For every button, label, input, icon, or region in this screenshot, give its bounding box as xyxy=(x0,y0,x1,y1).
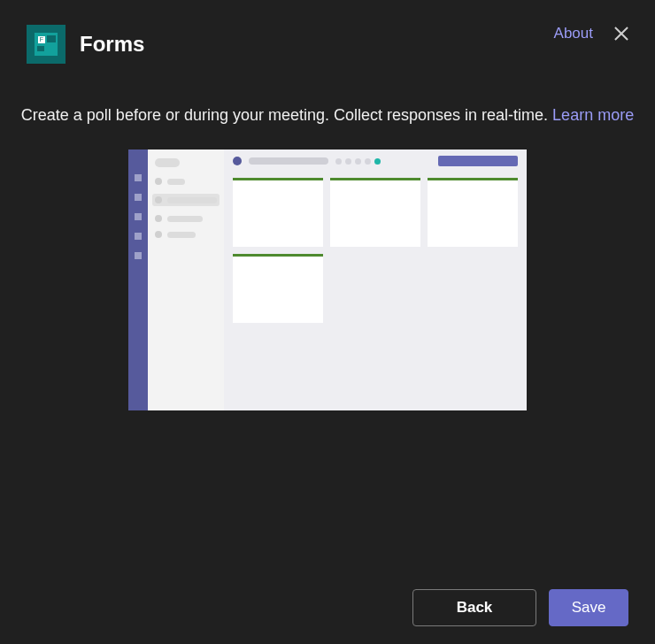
back-button[interactable]: Back xyxy=(412,589,536,626)
dialog-header: F Forms About xyxy=(0,0,655,64)
save-button[interactable]: Save xyxy=(549,589,628,626)
learn-more-link[interactable]: Learn more xyxy=(552,106,634,124)
close-icon[interactable] xyxy=(613,25,630,42)
description-text: Create a poll before or during your meet… xyxy=(0,64,655,125)
preview-illustration xyxy=(128,150,527,410)
forms-app-icon: F xyxy=(27,25,66,64)
about-link[interactable]: About xyxy=(554,25,593,42)
dialog-footer: Back Save xyxy=(412,589,628,626)
description-body: Create a poll before or during your meet… xyxy=(21,106,552,124)
dialog-title: Forms xyxy=(80,32,144,57)
